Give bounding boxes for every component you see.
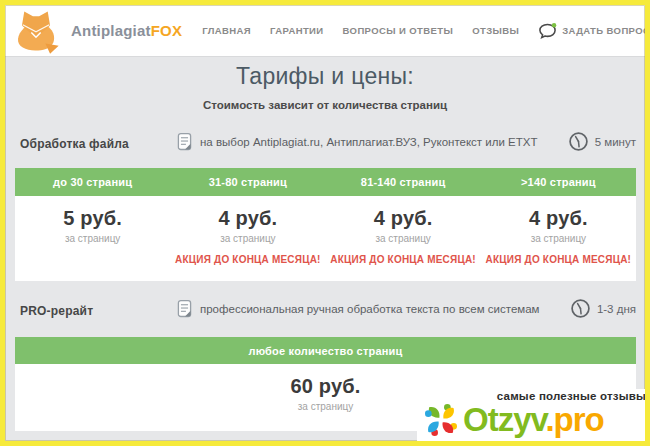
price-value: 4 руб.: [481, 207, 636, 230]
service-duration-text: 1-3 дня: [597, 303, 636, 315]
page-title: Тарифы и цены:: [5, 63, 645, 90]
service-description-text: профессиональная ручная обработка текста…: [200, 303, 540, 315]
price-unit: за страницу: [15, 233, 170, 244]
service-duration-text: 5 минут: [595, 136, 636, 148]
promo-label: АКЦИЯ ДО КОНЦА МЕСЯЦА!: [481, 254, 636, 265]
service-duration: 1-3 дня: [570, 298, 636, 319]
price-table-body: 5 руб. за страницу 4 руб. за страницу АК…: [15, 196, 636, 281]
price-table-header: до 30 страниц 31-80 страниц 81-140 стран…: [15, 168, 636, 196]
otzyv-logo-text-green: Otzyv: [463, 401, 545, 438]
service-name: Обработка файла: [20, 137, 129, 151]
price-table-file-processing: до 30 страниц 31-80 страниц 81-140 стран…: [15, 168, 636, 281]
document-icon: [177, 132, 192, 151]
otzyv-logo[interactable]: Otzyv.pro: [422, 401, 646, 439]
column-header: до 30 страниц: [15, 168, 170, 196]
price-unit: за страницу: [481, 233, 636, 244]
price-value: 4 руб.: [170, 207, 325, 230]
service-row-file-processing: Обработка файла на выбор Antiplagiat.ru,…: [15, 129, 636, 159]
main-nav: ГЛАВНАЯ ГАРАНТИИ ВОПРОСЫ И ОТВЕТЫ ОТЗЫВЫ…: [202, 22, 650, 40]
promo-label: АКЦИЯ ДО КОНЦА МЕСЯЦА!: [326, 254, 481, 265]
price-cell: 4 руб. за страницу АКЦИЯ ДО КОНЦА МЕСЯЦА…: [481, 196, 636, 281]
promo-label: АКЦИЯ ДО КОНЦА МЕСЯЦА!: [170, 254, 325, 265]
nav-item-reviews[interactable]: ОТЗЫВЫ: [472, 25, 519, 36]
otzyv-logo-text-orange: .pro: [545, 401, 603, 438]
ask-question-label: ЗАДАТЬ ВОПРОС: [562, 25, 650, 36]
column-header: 81-140 страниц: [326, 168, 481, 196]
otzyv-watermark: самые полезные отзывы: [417, 389, 650, 441]
page-subtitle: Стоимость зависит от количества страниц: [5, 99, 645, 111]
ask-question-button[interactable]: ЗАДАТЬ ВОПРОС: [538, 22, 650, 40]
column-header: любое количество страниц: [15, 337, 636, 364]
service-description: на выбор Antiplagiat.ru, Антиплагиат.ВУЗ…: [177, 132, 537, 151]
document-icon: [177, 299, 192, 318]
price-unit: за страницу: [170, 233, 325, 244]
otzyv-pinwheel-icon: [422, 401, 460, 439]
nav-item-home[interactable]: ГЛАВНАЯ: [202, 25, 251, 36]
clock-icon: [568, 131, 589, 152]
brand-primary: Antiplagiat: [71, 22, 151, 39]
chat-icon: [538, 22, 557, 40]
column-header: >140 страниц: [481, 168, 636, 196]
price-value: 5 руб.: [15, 207, 170, 230]
top-navbar: AntiplagiatFOX ГЛАВНАЯ ГАРАНТИИ ВОПРОСЫ …: [5, 5, 645, 57]
brand-title[interactable]: AntiplagiatFOX: [71, 22, 182, 39]
brand-accent: FOX: [151, 22, 182, 39]
price-cell: 4 руб. за страницу АКЦИЯ ДО КОНЦА МЕСЯЦА…: [170, 196, 325, 281]
clock-icon: [570, 298, 591, 319]
service-description: профессиональная ручная обработка текста…: [177, 299, 540, 318]
service-description-text: на выбор Antiplagiat.ru, Антиплагиат.ВУЗ…: [200, 136, 537, 148]
service-duration: 5 минут: [568, 131, 636, 152]
column-header: 31-80 страниц: [170, 168, 325, 196]
price-cell: 5 руб. за страницу: [15, 196, 170, 281]
service-row-pro-rewrite: PRO-рерайт профессиональная ручная обраб…: [15, 296, 636, 326]
service-name: PRO-рерайт: [20, 304, 93, 318]
price-table-header: любое количество страниц: [15, 337, 636, 364]
otzyv-logo-text: Otzyv.pro: [463, 402, 604, 438]
price-value: 4 руб.: [326, 207, 481, 230]
fox-logo-icon[interactable]: [11, 8, 61, 54]
price-cell: 4 руб. за страницу АКЦИЯ ДО КОНЦА МЕСЯЦА…: [326, 196, 481, 281]
page: AntiplagiatFOX ГЛАВНАЯ ГАРАНТИИ ВОПРОСЫ …: [0, 0, 650, 446]
nav-item-faq[interactable]: ВОПРОСЫ И ОТВЕТЫ: [343, 25, 454, 36]
nav-item-guarantees[interactable]: ГАРАНТИИ: [270, 25, 324, 36]
price-unit: за страницу: [326, 233, 481, 244]
